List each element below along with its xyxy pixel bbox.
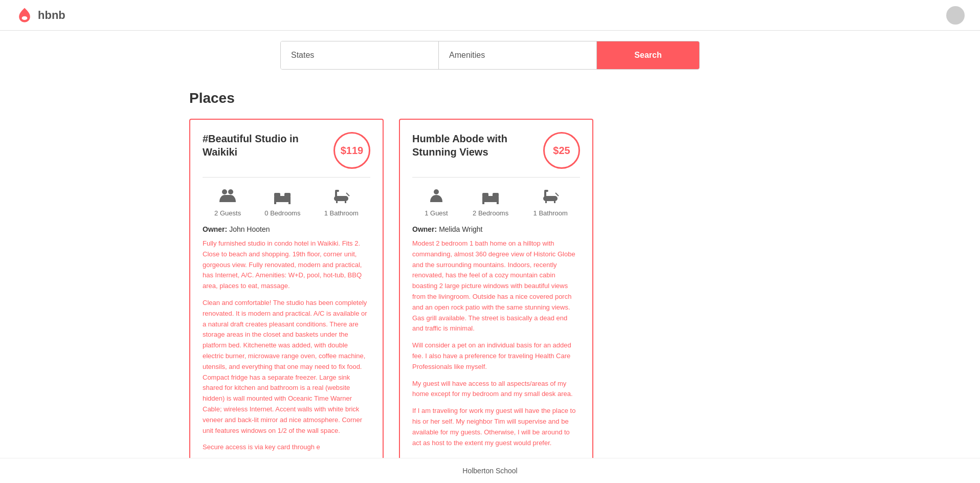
card-2-desc-2: Will consider a pet on an individual bas…	[412, 340, 580, 372]
card-1-amenities: 2 Guests 0 Bedrooms	[203, 186, 370, 217]
svg-rect-15	[482, 193, 488, 197]
guests-amenity-2: 1 Guest	[425, 186, 448, 217]
bedrooms-amenity: 0 Bedrooms	[264, 186, 300, 217]
places-title: Places	[189, 90, 791, 106]
card-1-price: $119	[333, 132, 370, 169]
card-2-owner-label: Owner:	[412, 225, 437, 233]
svg-rect-22	[545, 200, 547, 203]
card-2-owner-name: Melida Wright	[439, 225, 482, 233]
bedrooms-amenity-2: 2 Bedrooms	[473, 186, 508, 217]
cards-grid: #Beautiful Studio in Waikiki $119 2 Gues…	[189, 119, 791, 472]
place-card-2: Humble Abode with Stunning Views $25 1 G…	[399, 119, 593, 472]
logo-icon	[15, 6, 34, 25]
places-section: Places #Beautiful Studio in Waikiki $119…	[0, 80, 980, 483]
states-button[interactable]: States	[281, 41, 439, 69]
svg-rect-5	[284, 193, 291, 197]
card-2-desc-3: My guest will have access to all aspects…	[412, 379, 580, 400]
footer: Holberton School	[0, 458, 980, 483]
bath-icon-2	[540, 186, 561, 206]
card-2-amenities: 1 Guest 2 Bedrooms	[412, 186, 580, 217]
svg-rect-11	[336, 200, 338, 203]
footer-text: Holberton School	[462, 467, 517, 475]
card-2-owner-line: Owner: Melida Wright	[412, 225, 580, 233]
bathrooms-label: 1 Bathroom	[324, 209, 359, 217]
svg-rect-16	[493, 193, 499, 197]
card-2-desc-4: If I am traveling for work my guest will…	[412, 406, 580, 448]
svg-point-0	[22, 16, 28, 19]
logo-text: hbnb	[38, 9, 65, 22]
filter-container: States Amenities Search	[280, 41, 700, 70]
svg-point-13	[434, 189, 439, 194]
card-1-description: Fully furnished studio in condo hotel in…	[203, 238, 370, 453]
svg-rect-10	[335, 190, 339, 192]
bedrooms-label-2: 2 Bedrooms	[473, 209, 508, 217]
logo-area: hbnb	[15, 6, 65, 25]
svg-rect-21	[544, 190, 548, 192]
card-2-title: Humble Abode with Stunning Views	[412, 132, 537, 159]
card-1-owner-label: Owner:	[203, 225, 227, 233]
amenities-button[interactable]: Amenities	[439, 41, 597, 69]
bathrooms-label-2: 1 Bathroom	[533, 209, 568, 217]
svg-rect-17	[482, 201, 484, 204]
bathrooms-amenity-2: 1 Bathroom	[533, 186, 568, 217]
card-2-divider	[412, 177, 580, 178]
svg-rect-6	[274, 201, 276, 204]
guests-icon	[217, 186, 238, 206]
bed-icon-2	[480, 186, 501, 206]
svg-point-1	[222, 189, 227, 194]
card-1-header: #Beautiful Studio in Waikiki $119	[203, 132, 370, 169]
header: hbnb	[0, 0, 980, 31]
guests-amenity: 2 Guests	[214, 186, 241, 217]
card-2-description: Modest 2 bedroom 1 bath home on a hillto…	[412, 238, 580, 448]
svg-rect-18	[497, 201, 499, 204]
filter-bar: States Amenities Search	[0, 31, 980, 80]
card-1-owner-name: John Hooten	[229, 225, 270, 233]
card-2-price: $25	[543, 132, 580, 169]
card-2-desc-1: Modest 2 bedroom 1 bath home on a hillto…	[412, 238, 580, 334]
place-card-1: #Beautiful Studio in Waikiki $119 2 Gues…	[189, 119, 384, 472]
svg-rect-4	[274, 193, 280, 197]
card-1-divider	[203, 177, 370, 178]
search-button[interactable]: Search	[597, 41, 699, 69]
card-1-desc-3: Secure access is via key card through e	[203, 442, 370, 453]
guests-label-2: 1 Guest	[425, 209, 448, 217]
card-1-title: #Beautiful Studio in Waikiki	[203, 132, 327, 159]
avatar	[946, 6, 965, 25]
guests-label: 2 Guests	[214, 209, 241, 217]
guests-icon-2	[426, 186, 447, 206]
svg-point-2	[228, 189, 233, 194]
bed-icon	[272, 186, 293, 206]
svg-rect-12	[345, 200, 346, 203]
card-1-owner-line: Owner: John Hooten	[203, 225, 370, 233]
bathrooms-amenity: 1 Bathroom	[324, 186, 359, 217]
card-1-desc-1: Fully furnished studio in condo hotel in…	[203, 238, 370, 292]
bath-icon	[331, 186, 351, 206]
svg-rect-23	[554, 200, 555, 203]
card-1-desc-2: Clean and comfortable! The studio has be…	[203, 298, 370, 436]
bedrooms-label: 0 Bedrooms	[264, 209, 300, 217]
card-2-header: Humble Abode with Stunning Views $25	[412, 132, 580, 169]
svg-rect-7	[288, 201, 291, 204]
